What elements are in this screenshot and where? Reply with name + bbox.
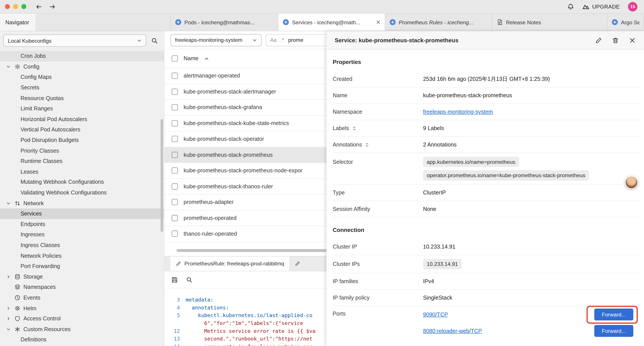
row-checkbox[interactable] [172,168,178,174]
row-checkbox[interactable] [172,183,178,189]
sidebar-item-vertical-pod-autoscalers[interactable]: Vertical Pod Autoscalers [0,124,164,135]
horizontal-scrollbar[interactable] [177,249,326,252]
chevron-right-icon[interactable] [5,273,12,280]
sidebar-item-port-forwarding[interactable]: Port Forwarding [0,261,164,271]
sidebar-item-endpoints[interactable]: Endpoints [0,219,164,230]
app-tab-pods-icecheng-mathmas[interactable]: Pods - icecheng@mathmas... [170,13,278,31]
detail-panel-title: Service: kube-prometheus-stack-prometheu… [335,37,595,43]
yaml-editor[interactable]: 3metadata:4 annotations:5 kubectl.kubern… [164,288,326,346]
table-row-kube-prometheus-stack-thanos-ruler[interactable]: kube-prometheus-stack-thanos-ruler [164,179,326,194]
sidebar-item-horizontal-pod-autoscalers[interactable]: Horizontal Pod Autoscalers [0,114,164,124]
row-checkbox[interactable] [172,88,178,95]
close-window-button[interactable] [5,4,10,9]
port-link[interactable]: 8080:reloader-web/TCP [423,328,482,334]
sidebar-item-secrets[interactable]: Secrets [0,82,164,93]
chevron-right-icon[interactable] [5,305,12,311]
row-checkbox[interactable] [172,231,178,237]
floating-avatar[interactable] [625,176,638,189]
sidebar-item-cron-jobs[interactable]: Cron Jobs [0,51,164,61]
table-row-prometheus-operated[interactable]: prometheus-operated [164,210,326,226]
row-checkbox[interactable] [172,136,178,142]
table-row-kube-prometheus-stack-operator[interactable]: kube-prometheus-stack-operator [164,131,326,147]
back-arrow-icon[interactable] [35,3,42,10]
sidebar-item-label: Limit Ranges [20,106,53,112]
close-tab-icon[interactable] [376,20,380,24]
navigator-panel-tab[interactable]: Navigator [0,13,36,31]
kubeconfig-selector[interactable]: Local Kubeconfigs [3,34,146,47]
sidebar-item-mutating-webhook-configurations[interactable]: Mutating Webhook Configurations [0,177,164,187]
row-checkbox[interactable] [172,152,178,158]
upgrade-button[interactable]: UPGRADE [582,3,620,10]
app-tab-release-notes[interactable]: Release Notes [492,13,608,31]
sidebar-item-access-control[interactable]: Access Control [0,313,164,324]
sidebar-item-pod-disruption-budgets[interactable]: Pod Disruption Budgets [0,135,164,145]
notification-count-badge[interactable]: 15 [628,2,638,11]
chevron-down-icon[interactable] [5,200,12,207]
search-icon[interactable] [151,37,158,44]
sidebar-item-custom-resources[interactable]: Custom Resources [0,324,164,335]
minimize-window-button[interactable] [13,4,18,9]
sidebar-scrollbar[interactable] [161,119,163,232]
sidebar-item-config[interactable]: Config [0,61,164,72]
chevron-down-icon[interactable] [5,326,12,333]
namespace-link[interactable]: freeleaps-monitoring-system [423,109,493,115]
sidebar-item-validating-webhook-configurations[interactable]: Validating Webhook Configurations [0,187,164,198]
chevron-right-icon[interactable] [5,315,12,322]
sidebar-item-priority-classes[interactable]: Priority Classes [0,145,164,156]
table-row-kube-prometheus-stack-kube-state-metrics[interactable]: kube-prometheus-stack-kube-state-metrics [164,115,326,131]
match-case-toggle[interactable]: Aa [270,37,277,43]
table-search-input[interactable]: Aa .* prome [266,34,326,46]
sidebar-item-services[interactable]: Services [0,209,164,219]
trash-icon[interactable] [612,37,619,44]
detail-label-text: Name [333,92,348,98]
sidebar-item-storage[interactable]: Storage [0,271,164,282]
sidebar-item-runtime-classes[interactable]: Runtime Classes [0,156,164,166]
sidebar-item-ingress-classes[interactable]: Ingress Classes [0,240,164,251]
forward-arrow-icon[interactable] [49,3,56,10]
horizontal-scrollbar-track [164,249,326,253]
sidebar-item-resource-quotas[interactable]: Resource Quotas [0,93,164,103]
sidebar-item-network-policies[interactable]: Network Policies [0,250,164,261]
sidebar-item-network[interactable]: Network [0,198,164,209]
sidebar-item-ingresses[interactable]: Ingresses [0,230,164,240]
table-row-alertmanager-operated[interactable]: alertmanager-operated [164,68,326,84]
forward-button[interactable]: Forward... [594,325,633,337]
sidebar-item-helm[interactable]: Helm [0,303,164,313]
dock-tab-prometheusrule-freeleaps-prod-rabbitmq[interactable]: PrometheusRule: freeleaps-prod-rabbitmq [170,256,290,271]
row-checkbox[interactable] [172,215,178,221]
search-icon[interactable] [186,276,193,283]
table-row-kube-prometheus-stack-prometheus-node-expor[interactable]: kube-prometheus-stack-prometheus-node-ex… [164,163,326,179]
sidebar-item-leases[interactable]: Leases [0,166,164,177]
port-link[interactable]: 9090/TCP [423,311,448,317]
table-row-kube-prometheus-stack-prometheus[interactable]: kube-prometheus-stack-prometheus [164,147,326,163]
zoom-window-button[interactable] [21,4,26,9]
sidebar-item-namespaces[interactable]: Namespaces [0,282,164,292]
table-row-prometheus-adapter[interactable]: prometheus-adapter [164,194,326,210]
close-icon[interactable] [629,37,636,44]
sidebar-item-limit-ranges[interactable]: Limit Ranges [0,103,164,114]
forward-button[interactable]: Forward... [594,308,633,320]
row-checkbox[interactable] [172,73,178,79]
row-checkbox[interactable] [172,199,178,205]
dock-tab-partial[interactable] [291,256,304,271]
save-icon[interactable] [171,276,178,283]
app-tab-services-icecheng-math[interactable]: Services - icecheng@math... [278,13,385,31]
row-checkbox[interactable] [172,120,178,126]
chevron-down-icon[interactable] [5,63,12,70]
regex-toggle[interactable]: .* [280,37,284,43]
row-checkbox[interactable] [172,104,178,110]
sidebar-item-config-maps[interactable]: Config Maps [0,72,164,82]
table-row-kube-prometheus-stack-grafana[interactable]: kube-prometheus-stack-grafana [164,100,326,115]
table-row-kube-prometheus-stack-alertmanager[interactable]: kube-prometheus-stack-alertmanager [164,84,326,100]
app-tab-argo-se[interactable]: Argo Se [608,13,644,31]
name-column-header[interactable]: Name [184,55,198,61]
select-all-checkbox[interactable] [172,55,178,61]
table-row-thanos-ruler-operated[interactable]: thanos-ruler-operated [164,226,326,242]
notifications-bell-icon[interactable] [567,3,574,10]
app-tab-prometheus-rules-icecheng[interactable]: Prometheus Rules - icecheng... [385,13,492,31]
sidebar-item-definitions[interactable]: Definitions [0,335,164,345]
k8s-icon [282,19,289,25]
sidebar-item-events[interactable]: Events [0,292,164,303]
edit-icon[interactable] [595,37,602,44]
namespace-filter-select[interactable]: freeleaps-monitoring-system [170,34,262,46]
